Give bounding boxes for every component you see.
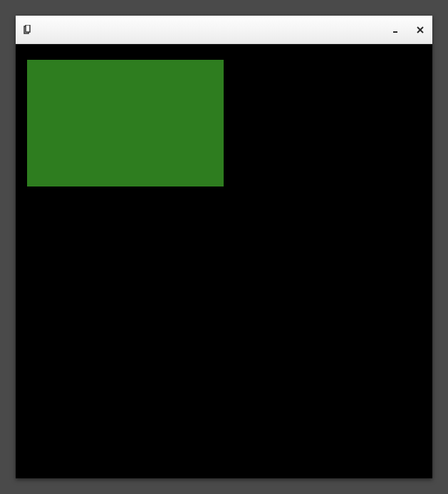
titlebar-controls: [391, 25, 425, 35]
svg-rect-2: [393, 31, 397, 33]
application-window: [16, 16, 432, 478]
green-rectangle: [27, 60, 224, 186]
canvas-area: [16, 44, 432, 478]
minimize-button[interactable]: [391, 25, 401, 35]
app-icon: [23, 25, 31, 35]
close-button[interactable]: [415, 25, 425, 35]
titlebar[interactable]: [16, 16, 432, 44]
svg-rect-1: [26, 25, 30, 32]
titlebar-left: [23, 25, 36, 35]
